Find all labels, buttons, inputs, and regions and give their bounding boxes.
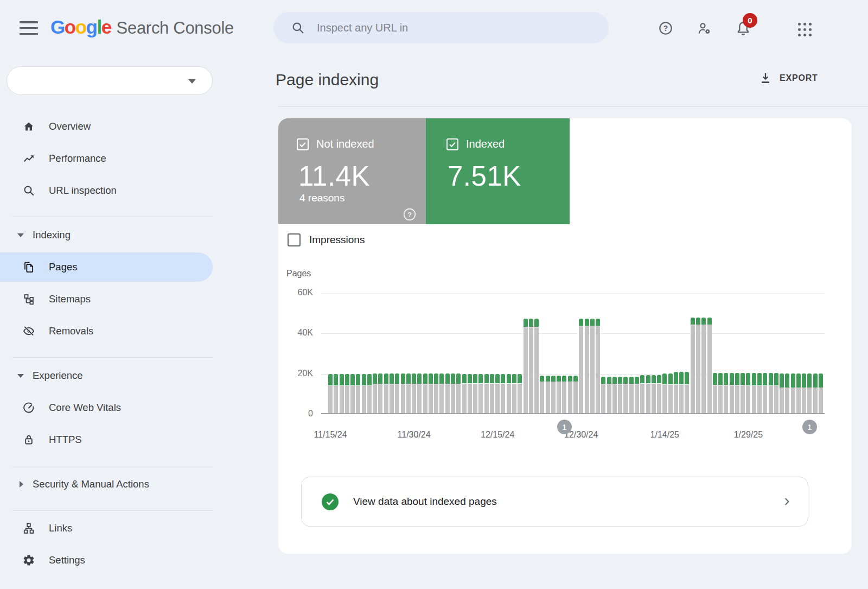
bar-indexed[interactable] [356,374,360,385]
bar-indexed[interactable] [791,373,795,388]
bar-not-indexed[interactable] [478,384,483,413]
bar-indexed[interactable] [468,374,472,383]
bar-indexed[interactable] [373,373,377,384]
bar-indexed[interactable] [540,376,544,382]
bar-not-indexed[interactable] [401,384,405,413]
sidebar-section-security-manual-actions[interactable]: Security & Manual Actions [0,470,213,499]
bar-not-indexed[interactable] [390,384,394,413]
bar-not-indexed[interactable] [484,384,489,413]
bar-indexed[interactable] [501,374,505,383]
bar-indexed[interactable] [429,373,433,384]
bar-not-indexed[interactable] [629,384,634,413]
bar-indexed[interactable] [451,373,455,384]
bar-not-indexed[interactable] [657,384,661,413]
bar-indexed[interactable] [456,373,461,384]
bar-not-indexed[interactable] [696,325,700,413]
bar-not-indexed[interactable] [384,384,388,413]
bar-not-indexed[interactable] [529,327,533,413]
bar-indexed[interactable] [406,373,411,384]
bar-indexed[interactable] [462,374,467,383]
url-inspect-searchbar[interactable] [273,12,609,43]
bar-indexed[interactable] [512,374,516,383]
bar-not-indexed[interactable] [512,384,516,413]
bar-indexed[interactable] [807,373,812,388]
export-button[interactable]: EXPORT [758,71,818,85]
bar-not-indexed[interactable] [769,386,773,413]
sidebar-section-experience[interactable]: Experience [0,361,213,390]
bar-indexed[interactable] [434,373,438,384]
bar-not-indexed[interactable] [429,384,433,413]
bar-indexed[interactable] [534,319,539,327]
bar-indexed[interactable] [384,373,388,384]
bar-indexed[interactable] [780,373,784,388]
bar-not-indexed[interactable] [713,385,717,413]
bar-not-indexed[interactable] [462,384,467,413]
bar-not-indexed[interactable] [674,385,678,413]
bar-indexed[interactable] [529,319,533,327]
bar-indexed[interactable] [646,375,650,383]
bar-not-indexed[interactable] [518,384,522,413]
bar-indexed[interactable] [495,374,500,383]
bar-indexed[interactable] [557,376,561,382]
bar-not-indexed[interactable] [746,386,750,413]
bar-indexed[interactable] [579,319,583,326]
bar-indexed[interactable] [473,374,477,383]
bar-indexed[interactable] [813,373,818,388]
bar-not-indexed[interactable] [534,327,539,413]
bar-not-indexed[interactable] [646,384,650,413]
bar-indexed[interactable] [774,373,778,385]
bar-indexed[interactable] [484,374,489,383]
bar-not-indexed[interactable] [573,382,578,413]
bar-indexed[interactable] [334,374,338,385]
bar-not-indexed[interactable] [340,386,344,413]
bar-not-indexed[interactable] [350,386,355,413]
bar-not-indexed[interactable] [741,385,745,413]
bar-not-indexed[interactable] [635,384,639,413]
bar-not-indexed[interactable] [501,384,505,413]
bar-indexed[interactable] [691,318,695,325]
bar-not-indexed[interactable] [735,385,739,413]
bar-indexed[interactable] [340,374,344,385]
bar-not-indexed[interactable] [590,326,595,413]
bar-indexed[interactable] [490,374,494,383]
bar-indexed[interactable] [596,319,600,326]
bar-not-indexed[interactable] [607,384,611,413]
bar-indexed[interactable] [367,374,372,385]
bar-not-indexed[interactable] [507,384,511,413]
bar-not-indexed[interactable] [395,384,399,413]
bar-indexed[interactable] [741,373,745,385]
bar-not-indexed[interactable] [785,388,789,413]
bar-indexed[interactable] [802,373,806,388]
bar-indexed[interactable] [707,318,712,325]
bar-not-indexed[interactable] [362,386,366,413]
bar-not-indexed[interactable] [780,388,784,413]
property-selector[interactable] [7,66,213,95]
notification-badge[interactable]: 0 [743,13,757,28]
bar-indexed[interactable] [819,373,823,388]
bar-indexed[interactable] [769,373,773,385]
bar-not-indexed[interactable] [585,326,589,413]
bar-not-indexed[interactable] [557,382,561,413]
sidebar-item-settings[interactable]: Settings [0,546,213,575]
bar-indexed[interactable] [757,373,762,385]
bar-indexed[interactable] [752,373,756,385]
bar-not-indexed[interactable] [417,384,422,413]
bar-not-indexed[interactable] [412,384,416,413]
bar-not-indexed[interactable] [640,384,644,413]
bar-indexed[interactable] [590,319,595,326]
indexed-card[interactable]: Indexed 7.51K ? [426,118,570,224]
bar-indexed[interactable] [423,373,427,384]
bar-not-indexed[interactable] [434,384,438,413]
bar-not-indexed[interactable] [495,384,500,413]
bar-indexed[interactable] [652,375,656,383]
sidebar-item-performance[interactable]: Performance [0,144,213,173]
bar-indexed[interactable] [623,377,628,384]
bar-indexed[interactable] [412,373,416,384]
bar-not-indexed[interactable] [367,386,372,413]
bar-indexed[interactable] [507,374,511,383]
bar-not-indexed[interactable] [718,385,723,413]
bar-indexed[interactable] [585,319,589,326]
bar-not-indexed[interactable] [807,388,812,413]
bar-not-indexed[interactable] [668,385,673,413]
bar-not-indexed[interactable] [445,384,450,413]
